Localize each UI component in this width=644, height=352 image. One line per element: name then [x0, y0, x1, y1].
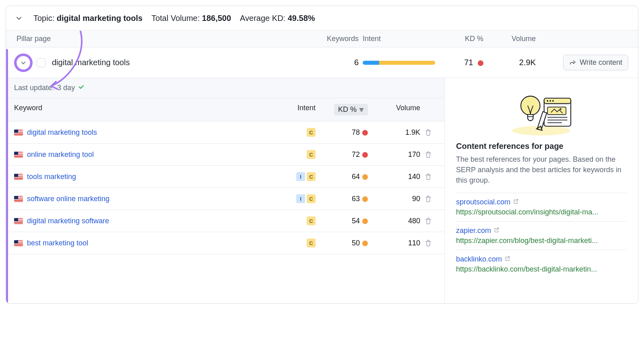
delete-keyword-button[interactable] [420, 173, 436, 180]
avg-kd-label-text: Average KD: [240, 14, 285, 23]
intent-badge-informational: I [296, 172, 305, 181]
intent-badge-commercial: C [307, 239, 316, 247]
keyword-link[interactable]: software online marketing [27, 195, 109, 203]
trash-icon [425, 173, 432, 180]
keyword-kd: 54 [316, 217, 368, 225]
keyword-kd: 64 [316, 173, 368, 181]
delete-keyword-button[interactable] [420, 217, 436, 224]
us-flag-icon [14, 196, 23, 202]
keyword-kd-value: 63 [352, 195, 360, 203]
keyword-kd: 72 [316, 150, 368, 159]
kd-dot-icon [362, 152, 368, 158]
write-content-button[interactable]: Write content [563, 55, 628, 70]
total-volume-label: Total Volume: 186,500 [151, 14, 231, 23]
topic-label: Topic: digital marketing tools [33, 14, 142, 23]
topic-value: digital marketing tools [57, 14, 142, 23]
us-flag-icon [14, 152, 23, 158]
svg-point-7 [559, 108, 561, 110]
references-desc: The best references for your pages. Base… [456, 154, 627, 185]
pillar-title-cell: digital marketing tools [17, 56, 310, 70]
keyword-kd-value: 50 [352, 239, 360, 247]
keyword-table-panel: Last update: 3 day Keyword Intent KD % [6, 78, 445, 303]
pillar-title: digital marketing tools [52, 58, 130, 67]
us-flag-icon [14, 240, 23, 246]
reference-domain-text: zapier.com [456, 226, 491, 235]
svg-point-4 [549, 100, 551, 102]
keyword-name-cell: digital marketing software [14, 217, 271, 225]
delete-keyword-button[interactable] [420, 129, 436, 136]
keyword-row: digital marketing toolsC781.9K [6, 121, 444, 144]
intent-badge-commercial: C [307, 128, 316, 137]
check-icon [78, 84, 85, 92]
collapse-topic-icon[interactable] [13, 12, 25, 24]
pillar-intent-bar [363, 61, 435, 65]
content-references-panel: Content references for page The best ref… [445, 78, 638, 303]
trash-icon [425, 151, 432, 158]
keyword-link[interactable]: best marketing tool [27, 239, 88, 247]
pillar-volume: 2.9K [487, 58, 536, 67]
kd-dot-icon [362, 196, 368, 202]
col-intent: Intent [363, 35, 435, 43]
pillar-row: digital marketing tools 6 71 2.9K Write … [6, 47, 638, 78]
trash-icon [425, 195, 432, 202]
intent-badge-commercial: C [307, 194, 316, 203]
intent-badges: C [271, 216, 316, 225]
svg-point-5 [552, 100, 554, 102]
reference-domain-link[interactable]: sproutsocial.com [456, 198, 627, 206]
kd-dot-icon [362, 174, 368, 180]
intent-badges: C [271, 239, 316, 247]
avg-kd-label: Average KD: 49.58% [240, 14, 315, 23]
reference-item: backlinko.comhttps://backlinko.com/best-… [456, 250, 627, 278]
kd-dot-icon [362, 130, 368, 136]
expand-pillar-button[interactable] [17, 56, 30, 70]
intent-badge-informational: I [296, 194, 305, 203]
reference-domain-link[interactable]: zapier.com [456, 226, 627, 235]
keyword-volume: 480 [368, 217, 420, 225]
keyword-kd: 78 [316, 128, 368, 137]
intent-badges: C [271, 128, 316, 137]
trash-icon [425, 239, 432, 247]
col-pillar-page: Pillar page [17, 35, 310, 43]
references-title: Content references for page [456, 142, 627, 151]
keyword-row: digital marketing softwareC54480 [6, 210, 444, 232]
write-content-label: Write content [580, 58, 622, 67]
external-link-icon [513, 198, 519, 206]
keyword-kd-value: 64 [352, 173, 360, 181]
accent-line [6, 49, 8, 303]
keyword-link[interactable]: online marketing tool [27, 150, 94, 159]
intent-distribution-bar [363, 61, 435, 65]
reference-domain-text: backlinko.com [456, 255, 502, 263]
last-update: Last update: 3 day [6, 78, 444, 98]
reference-domain-text: sproutsocial.com [456, 198, 510, 206]
keyword-name-cell: best marketing tool [14, 239, 271, 247]
keyword-link[interactable]: digital marketing software [27, 217, 109, 225]
last-update-label: Last update: [14, 84, 54, 92]
pillar-checkbox[interactable] [37, 58, 45, 67]
last-update-value: 3 day [57, 84, 75, 92]
external-link-icon [493, 226, 500, 235]
keyword-volume: 90 [368, 195, 420, 203]
reference-domain-link[interactable]: backlinko.com [456, 255, 627, 263]
col-kd: KD % [439, 35, 483, 43]
keyword-row: software online marketingIC6390 [6, 188, 444, 210]
delete-keyword-button[interactable] [420, 195, 436, 202]
keyword-link[interactable]: tools marketing [27, 173, 76, 181]
keyword-row: tools marketingIC64140 [6, 166, 444, 188]
keyword-rows: digital marketing toolsC781.9Konline mar… [6, 121, 444, 254]
reference-url: https://sproutsocial.com/insights/digita… [456, 208, 627, 216]
kwcol-kd[interactable]: KD % [316, 104, 368, 115]
col-keywords: Keywords [314, 35, 359, 43]
kd-dot-icon [362, 218, 368, 224]
us-flag-icon [14, 174, 23, 180]
delete-keyword-button[interactable] [420, 239, 436, 247]
keyword-kd: 63 [316, 195, 368, 203]
reference-url: https://backlinko.com/best-digital-marke… [456, 265, 627, 274]
keyword-link[interactable]: digital marketing tools [27, 128, 97, 137]
us-flag-icon [14, 218, 23, 224]
intent-badge-commercial: C [307, 216, 316, 225]
svg-point-3 [547, 100, 548, 102]
keyword-volume: 110 [368, 239, 420, 247]
delete-keyword-button[interactable] [420, 151, 436, 158]
total-volume-label-text: Total Volume: [151, 14, 200, 23]
keyword-columns-header: Keyword Intent KD % Volume [6, 98, 444, 121]
